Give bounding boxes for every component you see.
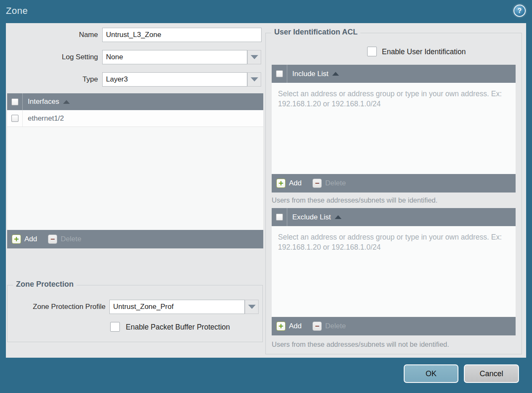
interface-name: ethernet1/2 [28,114,64,123]
ok-button[interactable]: OK [404,364,458,383]
dialog-body: Name Log Setting Type Interfaces [6,23,526,358]
exclude-list-body[interactable]: Select an address or address group or ty… [272,226,516,317]
cancel-button[interactable]: Cancel [464,364,519,383]
table-row[interactable]: ethernet1/2 [7,110,263,127]
add-icon: + [276,179,286,188]
help-icon-glyph: ? [518,7,522,15]
add-icon: + [276,322,286,331]
enable-user-identification-label: Enable User Identification [382,47,466,57]
user-identification-legend: User Identification ACL [271,28,360,37]
log-setting-input[interactable] [102,50,247,64]
zone-protection-profile-input[interactable] [109,300,245,314]
include-list-toolbar: + Add − Delete [272,174,516,193]
type-input[interactable] [102,72,247,87]
enable-user-identification-checkbox[interactable] [367,47,377,56]
delete-button-label: Delete [325,322,346,330]
add-icon: + [12,235,21,244]
name-label: Name [6,28,98,42]
zone-protection-section: Zone Protection Zone Protection Profile … [7,285,263,342]
interfaces-table-empty-area [7,127,263,230]
exclude-list-table: Exclude List Select an address or addres… [272,208,516,335]
sort-ascending-icon[interactable] [63,100,70,104]
zone-dialog: Zone ? Name Log Setting Type Interfaces [0,0,532,393]
add-button[interactable]: + Add [276,179,302,188]
add-button[interactable]: + Add [276,322,302,331]
chevron-down-icon [251,55,258,59]
delete-icon: − [312,322,322,331]
include-select-all-checkbox[interactable] [276,70,283,77]
zone-protection-legend: Zone Protection [13,280,77,289]
cancel-button-label: Cancel [479,369,503,378]
include-select-all-cell [272,65,287,83]
row-checkbox[interactable] [11,115,19,122]
exclude-select-all-cell [272,208,287,226]
name-input[interactable] [102,28,262,42]
exclude-list-note: Users from these addresses/subnets will … [272,340,449,348]
chevron-down-icon [251,77,258,82]
include-list-note: Users from these addresses/subnets will … [272,196,437,204]
exclude-list-column-header[interactable]: Exclude List [292,213,331,222]
include-list-table: Include List Select an address or addres… [272,65,516,193]
exclude-list-placeholder: Select an address or address group or ty… [278,232,505,252]
add-button[interactable]: + Add [12,235,37,244]
exclude-list-toolbar: + Add − Delete [272,317,516,335]
delete-icon: − [48,235,57,244]
sort-ascending-icon[interactable] [332,72,339,76]
type-label: Type [6,72,98,87]
include-list-header: Include List [272,65,516,83]
interfaces-table-toolbar: + Add − Delete [7,230,263,248]
exclude-list-header: Exclude List [272,208,516,226]
include-list-body[interactable]: Select an address or address group or ty… [272,83,516,174]
interfaces-select-all-cell [7,93,23,110]
sort-ascending-icon[interactable] [335,215,341,219]
chevron-down-icon [248,305,256,309]
exclude-select-all-checkbox[interactable] [276,214,283,221]
interfaces-select-all-checkbox[interactable] [11,98,19,106]
include-list-placeholder: Select an address or address group or ty… [278,89,505,109]
log-setting-label: Log Setting [6,50,98,64]
delete-button-label: Delete [61,235,81,243]
user-identification-section: User Identification ACL Enable User Iden… [265,33,522,354]
delete-button[interactable]: − Delete [312,179,346,188]
delete-button[interactable]: − Delete [312,322,346,331]
packet-buffer-protection-label: Enable Packet Buffer Protection [126,322,230,332]
interfaces-column-header[interactable]: Interfaces [28,98,59,106]
type-dropdown-button[interactable] [247,72,261,87]
zone-protection-profile-dropdown-button[interactable] [245,300,259,314]
delete-icon: − [312,179,322,188]
zone-protection-profile-label: Zone Protection Profile [12,300,106,314]
add-button-label: Add [289,179,302,187]
interfaces-table-header: Interfaces [7,93,263,110]
include-list-column-header[interactable]: Include List [292,70,328,78]
packet-buffer-protection-checkbox[interactable] [110,322,120,332]
delete-button-label: Delete [325,179,346,187]
dialog-title: Zone [6,5,28,16]
add-button-label: Add [24,235,37,243]
interfaces-table: Interfaces ethernet1/2 + Add − Delete [7,93,263,248]
row-checkbox-cell [7,110,23,127]
delete-button[interactable]: − Delete [48,235,81,244]
ok-button-label: OK [426,369,437,378]
add-button-label: Add [289,322,302,330]
help-icon[interactable]: ? [513,5,526,17]
log-setting-dropdown-button[interactable] [247,50,261,64]
